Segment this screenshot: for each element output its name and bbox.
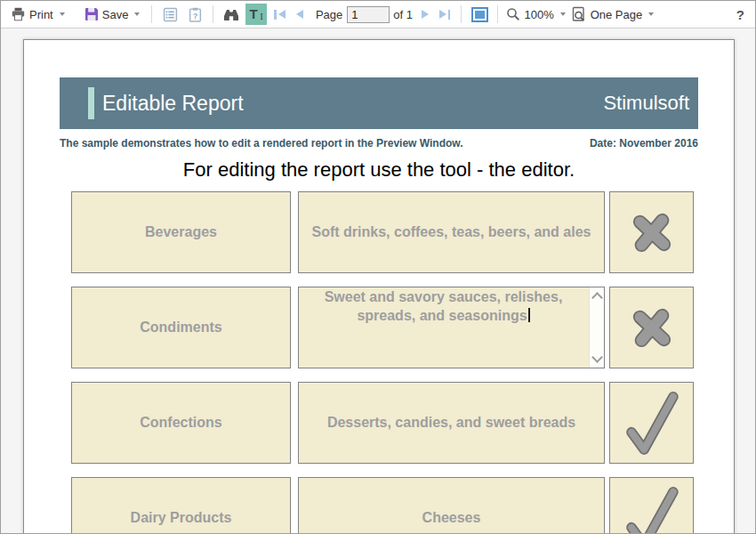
view-mode-label: One Page bbox=[591, 8, 643, 21]
page-label: Page bbox=[316, 8, 342, 21]
help-button[interactable]: ? bbox=[736, 7, 744, 22]
text-caret bbox=[528, 308, 530, 322]
first-page-button[interactable] bbox=[274, 10, 286, 20]
toolbar-separator bbox=[151, 5, 152, 23]
check-icon bbox=[624, 388, 680, 457]
report-page: Editable Report Stimulsoft The sample de… bbox=[23, 39, 735, 534]
table-row: Beverages Soft drinks, coffees, teas, be… bbox=[71, 191, 694, 273]
description-cell-editing[interactable]: Sweet and savory sauces, relishes, sprea… bbox=[298, 287, 605, 368]
status-cell[interactable] bbox=[609, 477, 694, 534]
report-header-band: Editable Report Stimulsoft bbox=[60, 77, 698, 129]
save-button[interactable]: Save bbox=[82, 5, 143, 23]
floppy-disk-icon bbox=[84, 7, 99, 21]
category-cell[interactable]: Condiments bbox=[71, 287, 291, 368]
description-cell[interactable]: Desserts, candies, and sweet breads bbox=[298, 382, 605, 464]
category-cell[interactable]: Confections bbox=[71, 382, 291, 464]
report-title: Editable Report bbox=[102, 92, 244, 116]
next-page-arrow-icon bbox=[422, 10, 429, 19]
category-cell[interactable]: Dairy Products bbox=[71, 477, 291, 534]
report-date: Date: November 2016 bbox=[590, 137, 698, 150]
description-cell[interactable]: Cheeses bbox=[298, 477, 605, 534]
category-cell[interactable]: Beverages bbox=[71, 191, 291, 273]
page-number-input[interactable] bbox=[347, 6, 390, 23]
instruction-text: For editing the report use the tool - th… bbox=[24, 158, 734, 182]
chevron-down-icon bbox=[648, 12, 654, 16]
table-row: Dairy Products Cheeses bbox=[71, 477, 694, 534]
first-page-arrow-icon bbox=[274, 10, 277, 20]
zoom-value: 100% bbox=[524, 8, 553, 21]
preview-area: Editable Report Stimulsoft The sample de… bbox=[1, 28, 755, 534]
editor-button[interactable]: T I bbox=[245, 4, 267, 25]
chevron-up-icon[interactable] bbox=[591, 292, 603, 303]
page-panel-button[interactable] bbox=[469, 4, 490, 25]
printer-icon bbox=[11, 7, 26, 21]
report-subheader: The sample demonstrates how to edit a re… bbox=[60, 137, 698, 150]
check-icon bbox=[624, 483, 680, 534]
magnifier-icon bbox=[506, 7, 520, 21]
parameters-button[interactable]: ? bbox=[184, 4, 205, 25]
svg-text:?: ? bbox=[193, 11, 197, 20]
table-row: Confections Desserts, candies, and sweet… bbox=[71, 382, 694, 464]
bookmarks-button[interactable] bbox=[159, 4, 181, 25]
report-subtitle: The sample demonstrates how to edit a re… bbox=[60, 137, 463, 150]
scrollbar[interactable] bbox=[589, 287, 604, 368]
toolbar: Print Save bbox=[1, 1, 755, 28]
chevron-down-icon bbox=[560, 12, 566, 16]
zoom-button[interactable]: 100% bbox=[503, 5, 567, 23]
chevron-down-icon bbox=[134, 12, 140, 16]
print-label: Print bbox=[29, 8, 53, 21]
status-cell[interactable] bbox=[609, 191, 694, 273]
category-table: Beverages Soft drinks, coffees, teas, be… bbox=[71, 191, 694, 534]
status-cell[interactable] bbox=[609, 287, 694, 368]
accent-bar bbox=[88, 87, 94, 119]
toolbar-separator bbox=[497, 5, 498, 23]
page-total-label: of 1 bbox=[393, 8, 413, 21]
clipboard-question-icon: ? bbox=[188, 7, 203, 22]
last-page-button[interactable] bbox=[439, 10, 451, 20]
last-page-arrow-icon bbox=[439, 10, 446, 19]
chevron-down-icon bbox=[60, 12, 65, 16]
chevron-down-icon[interactable] bbox=[591, 352, 603, 363]
next-page-button[interactable] bbox=[422, 10, 429, 19]
report-preview-window: Print Save bbox=[0, 0, 756, 534]
find-button[interactable] bbox=[221, 4, 242, 25]
toolbar-separator bbox=[213, 5, 213, 23]
page-panel-icon bbox=[471, 7, 488, 22]
status-cell[interactable] bbox=[609, 382, 694, 464]
svg-text:I: I bbox=[261, 11, 264, 21]
binoculars-icon bbox=[223, 8, 239, 21]
prev-page-button[interactable] bbox=[296, 10, 303, 19]
list-panel-icon bbox=[163, 7, 178, 22]
cross-icon bbox=[628, 208, 676, 256]
brand-text: Stimulsoft bbox=[603, 92, 689, 115]
description-cell[interactable]: Soft drinks, coffees, teas, beers, and a… bbox=[298, 191, 605, 273]
page-magnifier-icon bbox=[571, 6, 587, 22]
toolbar-separator bbox=[461, 5, 462, 23]
text-edit-icon: T I bbox=[246, 5, 266, 23]
table-row: Condiments Sweet and savory sauces, reli… bbox=[71, 287, 694, 368]
editable-text: Sweet and savory sauces, relishes, sprea… bbox=[304, 288, 583, 326]
view-mode-button[interactable]: One Page bbox=[568, 4, 657, 24]
prev-page-arrow-icon bbox=[296, 10, 303, 19]
save-label: Save bbox=[102, 8, 129, 21]
svg-text:T: T bbox=[250, 6, 258, 21]
print-button[interactable]: Print bbox=[8, 5, 68, 23]
cross-icon bbox=[628, 303, 676, 352]
